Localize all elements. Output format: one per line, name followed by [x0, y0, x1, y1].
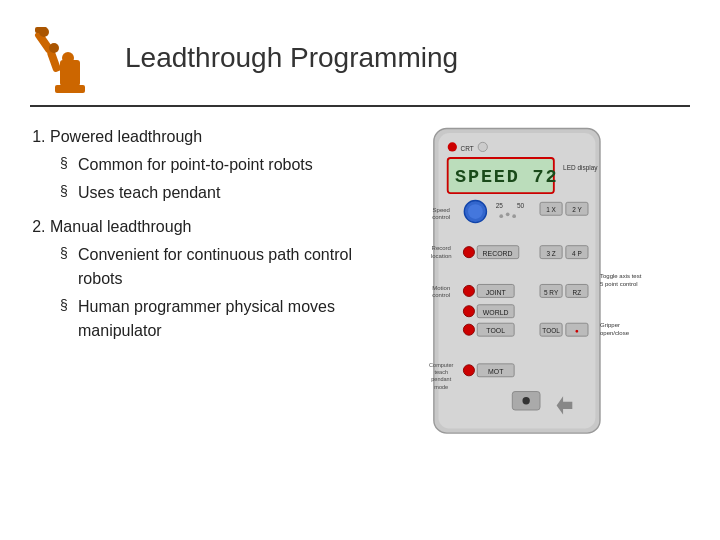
text-content: Powered leadthrough Common for point-to-…	[30, 125, 370, 475]
image-area: CRT SPEED 72 LED display Speed control 2…	[390, 115, 690, 475]
svg-text:Speed: Speed	[433, 207, 450, 213]
svg-text:1 X: 1 X	[546, 206, 556, 213]
svg-rect-0	[55, 85, 85, 93]
svg-text:CRT: CRT	[461, 145, 474, 152]
svg-point-31	[463, 247, 474, 258]
subitem-2-1: Convenient for continuous path control r…	[60, 243, 370, 291]
svg-text:control: control	[432, 214, 450, 220]
svg-text:SPEED 72: SPEED 72	[455, 167, 558, 188]
svg-text:5 point control: 5 point control	[600, 281, 638, 287]
divider	[30, 105, 690, 107]
svg-text:5 RY: 5 RY	[544, 289, 559, 296]
svg-text:control: control	[432, 292, 450, 298]
svg-point-70	[522, 397, 529, 404]
svg-point-27	[506, 212, 510, 216]
svg-text:MOT: MOT	[488, 368, 504, 375]
svg-rect-7	[35, 27, 47, 33]
svg-point-52	[463, 324, 474, 335]
slide: Leadthrough Programming Powered leadthro…	[0, 0, 720, 540]
robot-icon	[30, 20, 110, 95]
svg-point-28	[512, 214, 516, 218]
svg-point-4	[62, 52, 74, 64]
svg-point-12	[478, 142, 487, 151]
svg-text:4 P: 4 P	[572, 250, 582, 257]
svg-text:Computer: Computer	[429, 362, 453, 368]
content-area: Powered leadthrough Common for point-to-…	[30, 125, 690, 475]
subitem-1-1: Common for point-to-point robots	[60, 153, 370, 177]
pendant-svg: CRT SPEED 72 LED display Speed control 2…	[420, 115, 660, 465]
svg-text:25: 25	[496, 202, 504, 209]
svg-text:TOOL: TOOL	[542, 327, 560, 334]
svg-text:Toggle axis test: Toggle axis test	[600, 273, 642, 279]
svg-point-19	[468, 204, 483, 219]
header: Leadthrough Programming	[30, 20, 690, 95]
svg-text:location: location	[431, 253, 452, 259]
subitem-2-2: Human programmer physical moves manipula…	[60, 295, 370, 343]
page-title: Leadthrough Programming	[125, 42, 690, 74]
svg-point-10	[448, 142, 457, 151]
svg-text:Motion: Motion	[432, 285, 450, 291]
svg-text:TOOL: TOOL	[486, 327, 505, 334]
svg-text:RZ: RZ	[573, 289, 582, 296]
svg-point-40	[463, 285, 474, 296]
svg-text:mode: mode	[434, 384, 448, 390]
svg-text:JOINT: JOINT	[486, 289, 507, 296]
svg-text:3 Z: 3 Z	[546, 250, 555, 257]
list-item-1: Powered leadthrough Common for point-to-…	[50, 125, 370, 205]
svg-text:teach: teach	[434, 369, 448, 375]
svg-text:WORLD: WORLD	[483, 309, 509, 316]
list-item-2: Manual leadthrough Convenient for contin…	[50, 215, 370, 343]
svg-text:2 Y: 2 Y	[572, 206, 582, 213]
teach-pendant: CRT SPEED 72 LED display Speed control 2…	[420, 115, 660, 475]
svg-point-5	[49, 43, 59, 53]
svg-text:Gripper: Gripper	[600, 322, 620, 328]
svg-text:RECORD: RECORD	[483, 250, 513, 257]
svg-text:●: ●	[575, 327, 579, 334]
svg-text:Record: Record	[432, 245, 451, 251]
svg-text:50: 50	[517, 202, 525, 209]
svg-point-65	[463, 365, 474, 376]
svg-text:pendant: pendant	[431, 376, 451, 382]
svg-point-43	[463, 306, 474, 317]
subitem-1-2: Uses teach pendant	[60, 181, 370, 205]
svg-point-26	[499, 214, 503, 218]
svg-text:LED display: LED display	[563, 164, 598, 172]
svg-text:open/close: open/close	[600, 330, 630, 336]
svg-rect-1	[60, 60, 80, 86]
